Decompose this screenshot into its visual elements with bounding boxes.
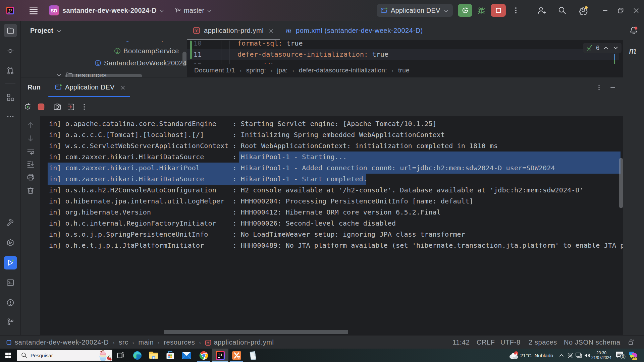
sidebar-item-problems[interactable] [4,296,17,309]
console-vertical-scrollbar[interactable] [619,158,623,208]
status-breadcrumb[interactable]: santander-dev-week-20024-D›src›main›reso… [6,336,274,349]
tray-expand-button[interactable] [557,349,566,362]
stop-button[interactable] [35,101,47,113]
next-problem-icon[interactable] [613,46,618,50]
sidebar-item-build[interactable] [4,216,17,230]
readonly-toggle[interactable] [628,336,635,349]
caret-position-widget[interactable]: 11:42 [452,336,470,349]
breadcrumb-item[interactable]: Document 1/1 [194,67,235,74]
tree-item-BootcampService[interactable]: IBootcampService [21,45,179,57]
editor-viewport[interactable]: 10 format-sql: true11 defer-datasource-i… [187,41,623,64]
inspections-widget[interactable]: 6 [583,43,622,53]
breadcrumb-item[interactable]: true [398,67,410,74]
taskbar-item-microsoft-store[interactable] [162,349,178,362]
dump-threads-button[interactable] [52,101,63,113]
project-panel-header[interactable]: Project [21,21,187,40]
sidebar-item-more[interactable] [4,110,17,123]
current-file-name[interactable]: application-prd.yml [214,339,274,346]
code-with-me-button[interactable] [537,0,546,21]
run-tab-application-dev[interactable]: Application DEV [55,77,125,97]
debug-button[interactable] [477,0,486,21]
sidebar-item-services[interactable] [4,236,17,249]
sidebar-item-run[interactable] [4,256,17,269]
print-button[interactable] [25,171,36,183]
path-segment[interactable]: main [139,339,154,346]
tray-network-icon[interactable] [574,349,583,362]
project-widget[interactable]: SD santander-dev-week-20024-D [49,0,164,21]
taskbar-item-edge[interactable] [129,349,145,362]
git-branch-widget[interactable]: master [175,0,212,21]
run-button[interactable] [458,0,472,21]
encoding-widget[interactable]: UTF-8 [500,336,521,349]
settings-button[interactable] [579,0,588,21]
window-close-button[interactable] [628,0,644,21]
path-segment[interactable]: resources [164,339,195,346]
indent-widget[interactable]: 2 spaces [529,336,557,349]
search-everywhere-button[interactable] [558,0,567,21]
tray-notifications-button[interactable]: 3 [614,349,627,362]
run-panel-options-button[interactable] [594,82,604,93]
console-more-button[interactable] [78,101,90,113]
breadcrumb-item[interactable]: jpa: [277,67,288,74]
main-menu-button[interactable] [30,0,38,21]
close-icon[interactable] [120,85,125,90]
tree-item-SantanderDevWeek20024DApplication[interactable]: CSantanderDevWeek20024DApplication [21,57,187,69]
line-separator-widget[interactable]: CRLF [477,336,495,349]
soft-wrap-button[interactable] [25,145,36,157]
schema-widget[interactable]: No JSON schema [564,336,620,349]
breadcrumb-item[interactable]: defer-datasource-initialization: [299,67,387,74]
path-segment[interactable]: src [119,339,128,346]
tray-cast-icon[interactable] [566,349,574,362]
tray-clock[interactable]: 23:30 21/07/2024 [591,349,612,362]
breadcrumb-separator: › [292,68,294,73]
clear-console-button[interactable] [25,185,36,196]
tab-application-prd-yml[interactable]: Y application-prd.yml [193,21,274,40]
notifications-button[interactable] [627,24,640,37]
more-actions-button[interactable] [512,0,520,21]
run-panel-hide-button[interactable] [607,82,618,93]
attach-button[interactable] [65,101,76,113]
rerun-button[interactable] [22,101,33,113]
breadcrumb-item[interactable]: spring: [246,67,266,74]
project-vertical-scrollbar[interactable] [182,52,186,66]
taskbar-item-mail[interactable] [178,349,195,362]
start-button[interactable] [0,349,16,362]
tab-pom-xml[interactable]: m pom.xml (santander-dev-week-20024-D) [285,21,423,40]
notification-bubble-icon: 3 [615,351,626,360]
down-stacktrace-button[interactable] [25,133,36,144]
sidebar-item-structure[interactable] [4,90,17,104]
taskbar-search-box[interactable]: Pesquisar [17,350,112,361]
up-stacktrace-button[interactable] [25,119,36,131]
sidebar-item-version-control[interactable] [4,315,17,328]
breadcrumb-separator: › [240,68,241,73]
scroll-to-end-button[interactable] [25,158,36,170]
path-segment[interactable]: santander-dev-week-20024-D [15,339,109,346]
tray-copilot-button[interactable]: PRE [627,349,640,362]
tree-item-BootcampServiceImpl[interactable]: CBootcampServiceImpl [21,41,187,45]
tray-weather-text[interactable]: 21°C Nublado [520,349,553,362]
maven-tool-window-button[interactable]: m [627,44,640,58]
prev-problem-icon[interactable] [603,46,608,50]
sidebar-item-pull-requests[interactable] [4,64,17,77]
stop-button[interactable] [491,0,506,21]
console-horizontal-scrollbar[interactable] [164,330,348,334]
taskbar-item-chrome[interactable] [196,349,212,362]
window-restore-button[interactable] [613,0,629,21]
taskbar-item-intellij-idea[interactable]: IJ [212,349,228,362]
sidebar-item-commit[interactable] [4,44,17,58]
sidebar-item-project[interactable] [4,24,17,37]
sidebar-item-terminal[interactable] [4,276,17,289]
tray-volume-icon[interactable] [583,349,591,362]
taskbar-item-notepad[interactable] [245,349,261,362]
show-desktop-divider[interactable] [642,351,642,360]
run-configuration-select[interactable]: Application DEV [377,0,453,21]
task-view-button[interactable] [113,349,127,362]
chevron-expanded-icon[interactable] [56,72,62,77]
mail-icon [182,352,191,359]
taskbar-item-xampp[interactable] [228,349,245,362]
window-minimize-button[interactable] [597,0,613,21]
tray-weather-icon[interactable]: 1 [506,349,521,362]
close-icon[interactable] [269,28,274,34]
taskbar-item-file-explorer[interactable] [146,349,162,362]
console-output[interactable]: in] o.apache.catalina.core.StandardEngin… [40,116,623,336]
